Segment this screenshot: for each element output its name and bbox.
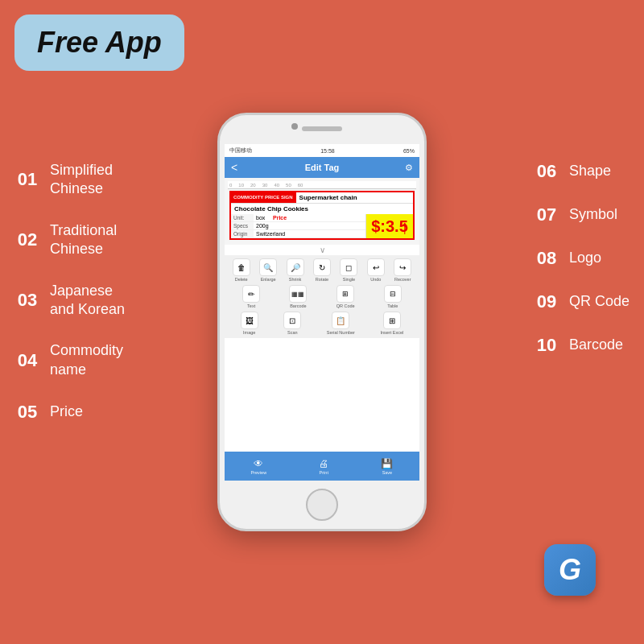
feature-item-10: 10 Barcode: [534, 335, 630, 356]
feature-item-9: 09 QR Code: [534, 291, 630, 312]
feature-num-3: 03: [14, 290, 40, 311]
feature-item-6: 06 Shape: [534, 161, 630, 182]
origin-row: Origin Switzerland: [231, 230, 365, 238]
tool-shrink[interactable]: 🔎 Shrink: [287, 258, 304, 282]
enlarge-icon: 🔍: [259, 258, 277, 276]
preview-label: Preview: [251, 470, 267, 475]
feature-label-1: SimplifiedChinese: [50, 161, 113, 199]
nav-preview[interactable]: 👁 Preview: [251, 458, 267, 475]
feature-label-8: Logo: [569, 249, 601, 267]
image-label: Image: [243, 330, 255, 335]
origin-value: Switzerland: [254, 230, 287, 237]
price-arrow-icon: ↑: [400, 217, 410, 237]
tool-delete[interactable]: 🗑 Delete: [233, 258, 250, 282]
toolbar-area: 🗑 Delete 🔍 Enlarge 🔎 Shrink ↻ Rotate: [225, 255, 419, 338]
nav-save[interactable]: 💾 Save: [381, 458, 393, 475]
right-features-list: 06 Shape 07 Symbol 08 Logo 09 QR Code 10…: [534, 161, 630, 378]
bottom-nav: 👁 Preview 🖨 Print 💾 Save: [225, 452, 419, 481]
expand-arrow[interactable]: ∨: [225, 245, 419, 255]
excel-label: Insert Excel: [380, 330, 403, 335]
free-app-text: Free App: [37, 26, 162, 59]
feature-num-8: 08: [534, 248, 559, 269]
unit-label: Unit:: [231, 214, 254, 221]
recover-icon: ↪: [394, 258, 411, 276]
feature-num-4: 04: [14, 350, 40, 371]
save-label: Save: [382, 470, 393, 475]
tool-text[interactable]: ✏ Text: [242, 285, 260, 308]
tool-excel[interactable]: ⊞ Insert Excel: [380, 312, 403, 335]
feature-label-10: Barcode: [569, 336, 623, 354]
feature-label-2: TraditionalChinese: [50, 221, 117, 259]
product-name: Chocolate Chip Cookies: [231, 203, 413, 214]
home-button[interactable]: [306, 489, 338, 521]
tool-image[interactable]: 🖼 Image: [241, 312, 258, 335]
tool-undo[interactable]: ↩ Undo: [367, 258, 385, 282]
ruler: 0 10 20 30 40 50 60: [228, 181, 416, 189]
feature-item-2: 02 TraditionalChinese: [14, 221, 125, 259]
undo-label: Undo: [370, 277, 381, 282]
excel-icon: ⊞: [383, 312, 401, 329]
print-label: Print: [320, 470, 328, 475]
feature-item-4: 04 Commodityname: [14, 341, 125, 379]
qr-icon: ⊞: [336, 285, 354, 303]
barcode-icon: ▦▦: [289, 285, 307, 303]
tool-enlarge[interactable]: 🔍 Enlarge: [259, 258, 277, 282]
tool-serial[interactable]: 📋 Serial Number: [327, 312, 355, 335]
tool-qr[interactable]: ⊞ QR Code: [336, 285, 355, 308]
tool-barcode[interactable]: ▦▦ Barcode: [289, 285, 307, 308]
toolbar-row-2: ✏ Text ▦▦ Barcode ⊞ QR Code ⊟ Table: [225, 283, 419, 310]
undo-icon: ↩: [367, 258, 385, 276]
product-details: Unit: box Price Specs 200g: [231, 214, 413, 238]
save-icon: 💾: [381, 458, 393, 469]
tool-rotate[interactable]: ↻ Rotate: [313, 258, 331, 282]
phone-screen: 中国移动 15:58 65% < Edit Tag ⚙ 0 10 20 30 4…: [225, 144, 419, 481]
serial-icon: 📋: [332, 312, 349, 329]
toolbar-row-3: 🖼 Image ⊡ Scan 📋 Serial Number ⊞ Insert …: [225, 310, 419, 336]
specs-label: Specs: [231, 222, 254, 229]
feature-item-8: 08 Logo: [534, 248, 630, 269]
feature-num-10: 10: [534, 335, 559, 356]
image-icon: 🖼: [241, 312, 258, 329]
tool-single[interactable]: ◻ Single: [340, 258, 357, 282]
nav-bar: < Edit Tag ⚙: [225, 157, 419, 178]
phone-outer: 中国移动 15:58 65% < Edit Tag ⚙ 0 10 20 30 4…: [217, 113, 427, 531]
feature-num-1: 01: [14, 169, 40, 190]
feature-item-1: 01 SimplifiedChinese: [14, 161, 125, 199]
qr-label: QR Code: [336, 303, 355, 308]
phone-speaker: [302, 126, 342, 131]
feature-label-9: QR Code: [569, 292, 630, 311]
tool-scan[interactable]: ⊡ Scan: [283, 312, 301, 335]
feature-label-7: Symbol: [569, 205, 617, 224]
feature-item-5: 05 Price: [14, 402, 125, 423]
toolbar-row-1: 🗑 Delete 🔍 Enlarge 🔎 Shrink ↻ Rotate: [225, 257, 419, 283]
single-label: Single: [343, 277, 355, 282]
app-icon[interactable]: G: [544, 544, 596, 596]
preview-icon: 👁: [254, 458, 263, 469]
carrier-text: 中国移动: [229, 147, 252, 155]
left-features-list: 01 SimplifiedChinese 02 TraditionalChine…: [14, 161, 125, 445]
print-icon: 🖨: [319, 458, 328, 469]
tool-table[interactable]: ⊟ Table: [384, 285, 402, 308]
commodity-sign-label: COMMODITY PRICE SIGN: [231, 192, 295, 203]
serial-label: Serial Number: [327, 330, 355, 335]
feature-num-6: 06: [534, 161, 559, 182]
feature-label-5: Price: [50, 402, 83, 421]
feature-item-3: 03 Japaneseand Korean: [14, 282, 125, 320]
gear-icon[interactable]: ⚙: [405, 163, 413, 173]
text-icon: ✏: [242, 285, 260, 303]
price-box: ↑ $:3.5: [366, 214, 413, 238]
back-button[interactable]: <: [231, 161, 237, 174]
unit-row: Unit: box Price: [231, 214, 365, 222]
tool-recover[interactable]: ↪ Recover: [394, 258, 411, 282]
phone-camera: [291, 123, 298, 130]
scan-label: Scan: [287, 330, 298, 335]
battery-text: 65%: [403, 148, 415, 154]
feature-label-6: Shape: [569, 162, 611, 180]
scan-icon: ⊡: [283, 312, 301, 329]
rotate-icon: ↻: [313, 258, 331, 276]
shrink-icon: 🔎: [287, 258, 304, 276]
nav-title: Edit Tag: [305, 163, 340, 172]
nav-print[interactable]: 🖨 Print: [319, 458, 328, 475]
feature-item-7: 07 Symbol: [534, 204, 630, 225]
text-label: Text: [247, 303, 255, 308]
